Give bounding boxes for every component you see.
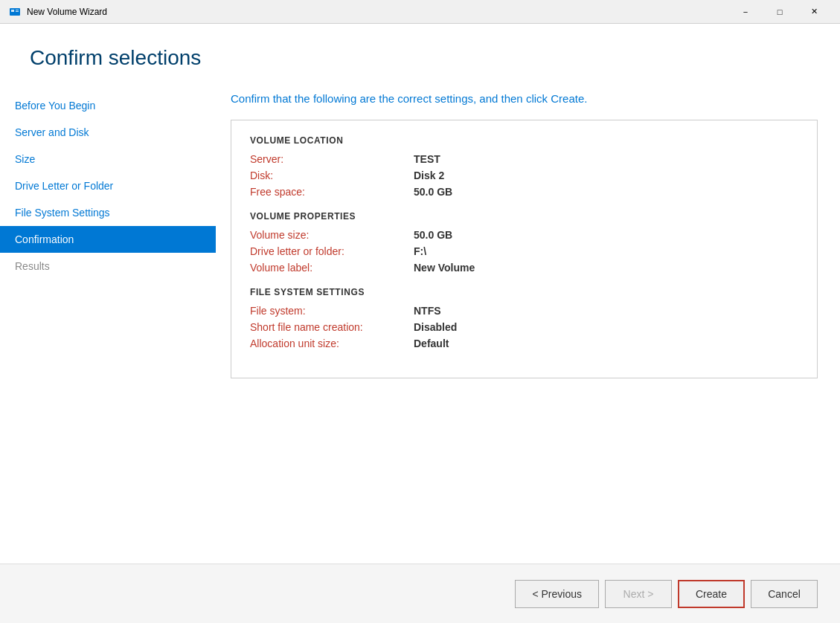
cancel-button[interactable]: Cancel (751, 580, 818, 608)
disk-label: Disk: (250, 170, 414, 181)
file-system-row: File system: NTFS (250, 305, 798, 317)
wizard-body: Before You Begin Server and Disk Size Dr… (0, 85, 840, 564)
main-content: Confirm that the following are the corre… (216, 85, 840, 564)
file-system-label: File system: (250, 305, 414, 317)
close-button[interactable]: ✕ (797, 0, 831, 24)
file-system-title: FILE SYSTEM SETTINGS (250, 287, 798, 297)
sidebar-item-drive-letter[interactable]: Drive Letter or Folder (0, 172, 216, 199)
server-value: TEST (414, 153, 440, 165)
free-space-value: 50.0 GB (414, 186, 452, 198)
free-space-row: Free space: 50.0 GB (250, 186, 798, 198)
allocation-row: Allocation unit size: Default (250, 338, 798, 349)
svg-rect-2 (16, 10, 19, 10)
file-system-value: NTFS (414, 305, 441, 317)
sidebar-item-confirmation[interactable]: Confirmation (0, 226, 216, 253)
disk-value: Disk 2 (414, 170, 444, 181)
footer: < Previous Next > Create Cancel (0, 564, 840, 623)
drive-letter-value: F:\ (414, 245, 426, 257)
window-controls: − □ ✕ (728, 0, 831, 24)
allocation-label: Allocation unit size: (250, 338, 414, 349)
drive-letter-row: Drive letter or folder: F:\ (250, 245, 798, 257)
free-space-label: Free space: (250, 186, 414, 198)
content-area: Confirm selections Before You Begin Serv… (0, 24, 840, 564)
svg-rect-1 (11, 10, 14, 12)
create-button[interactable]: Create (678, 580, 745, 608)
app-icon (9, 6, 21, 18)
file-system-section: FILE SYSTEM SETTINGS File system: NTFS S… (250, 287, 798, 349)
short-name-value: Disabled (414, 321, 457, 333)
previous-button[interactable]: < Previous (515, 580, 599, 608)
disk-row: Disk: Disk 2 (250, 170, 798, 181)
volume-label-value: New Volume (414, 262, 475, 274)
server-row: Server: TEST (250, 153, 798, 165)
volume-location-title: VOLUME LOCATION (250, 135, 798, 146)
sidebar: Before You Begin Server and Disk Size Dr… (0, 85, 216, 564)
volume-size-value: 50.0 GB (414, 229, 452, 241)
volume-label-row: Volume label: New Volume (250, 262, 798, 274)
volume-label-label: Volume label: (250, 262, 414, 274)
maximize-button[interactable]: □ (763, 0, 797, 24)
svg-rect-3 (16, 11, 19, 12)
sidebar-item-results: Results (0, 253, 216, 280)
short-name-label: Short file name creation: (250, 321, 414, 333)
page-title: Confirm selections (0, 24, 840, 85)
sidebar-item-file-system[interactable]: File System Settings (0, 199, 216, 226)
settings-box: VOLUME LOCATION Server: TEST Disk: Disk … (231, 120, 818, 378)
sidebar-item-server-and-disk[interactable]: Server and Disk (0, 119, 216, 146)
allocation-value: Default (414, 338, 449, 349)
short-name-row: Short file name creation: Disabled (250, 321, 798, 333)
volume-size-row: Volume size: 50.0 GB (250, 229, 798, 241)
sidebar-item-size[interactable]: Size (0, 146, 216, 172)
sidebar-item-before-you-begin[interactable]: Before You Begin (0, 92, 216, 119)
title-bar: New Volume Wizard − □ ✕ (0, 0, 840, 24)
window-title: New Volume Wizard (27, 7, 728, 17)
wizard-window: New Volume Wizard − □ ✕ Confirm selectio… (0, 0, 840, 623)
volume-properties-title: VOLUME PROPERTIES (250, 211, 798, 222)
next-button[interactable]: Next > (605, 580, 672, 608)
confirm-instruction: Confirm that the following are the corre… (231, 92, 818, 105)
volume-size-label: Volume size: (250, 229, 414, 241)
drive-letter-label: Drive letter or folder: (250, 245, 414, 257)
volume-location-section: VOLUME LOCATION Server: TEST Disk: Disk … (250, 135, 798, 198)
server-label: Server: (250, 153, 414, 165)
minimize-button[interactable]: − (728, 0, 763, 24)
volume-properties-section: VOLUME PROPERTIES Volume size: 50.0 GB D… (250, 211, 798, 274)
